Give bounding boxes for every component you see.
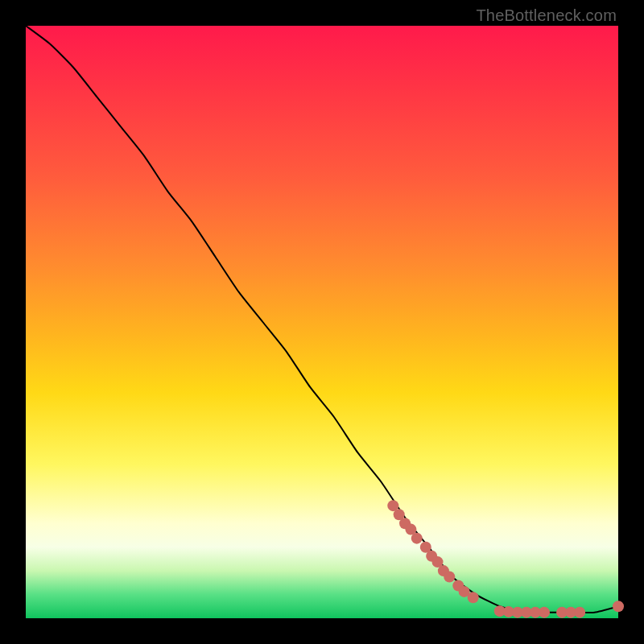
data-marker: [444, 571, 455, 582]
data-marker: [574, 607, 585, 618]
data-markers: [387, 500, 624, 617]
bottleneck-curve: [26, 26, 618, 613]
data-marker: [539, 607, 550, 618]
data-marker: [468, 592, 479, 603]
data-marker: [411, 533, 423, 544]
chart-frame: TheBottleneck.com: [0, 0, 644, 644]
data-marker: [613, 601, 624, 612]
curve-layer: [26, 26, 618, 618]
watermark-text: TheBottleneck.com: [476, 6, 617, 25]
plot-area: [26, 26, 618, 618]
